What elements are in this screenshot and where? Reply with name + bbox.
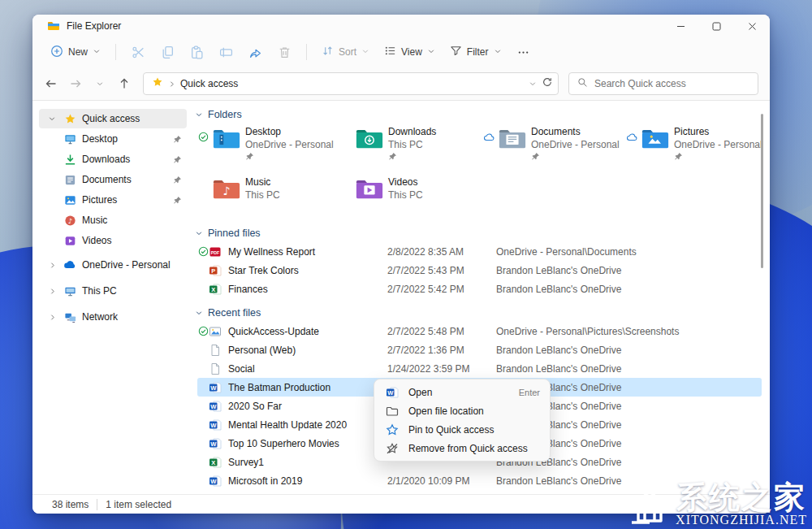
filter-button[interactable]: Filter — [443, 41, 508, 63]
recent-locations-chevron[interactable] — [89, 73, 110, 94]
address-dropdown-chevron[interactable] — [529, 76, 537, 91]
file-row-quickaccess-update[interactable]: QuickAccess-Update2/7/2022 5:48 PMOneDri… — [197, 322, 762, 340]
svg-text:♪: ♪ — [222, 184, 230, 197]
sort-button[interactable]: Sort — [315, 41, 376, 63]
window-controls — [663, 15, 770, 37]
address-bar[interactable]: Quick access — [143, 72, 559, 95]
collapse-chevron-icon[interactable] — [195, 229, 203, 237]
watermark-house-icon — [628, 488, 671, 527]
delete-button[interactable] — [270, 41, 298, 63]
pictures-icon — [63, 193, 76, 206]
folder-tile-downloads[interactable]: DownloadsThis PC — [339, 125, 482, 167]
documents-folder-icon — [498, 125, 529, 167]
sidebar-item-label: Quick access — [82, 113, 187, 124]
sidebar-item-desktop[interactable]: Desktop — [39, 129, 187, 149]
collapse-chevron-icon[interactable] — [195, 111, 203, 119]
cut-button[interactable] — [124, 41, 152, 63]
chevron-down-icon[interactable] — [45, 115, 58, 123]
folder-tile-name: Documents — [531, 126, 620, 137]
downloads-folder-icon — [355, 125, 386, 167]
folder-tile-location: This PC — [388, 189, 423, 201]
vertical-scrollbar[interactable] — [761, 114, 763, 268]
sidebar-item-pictures[interactable]: Pictures — [39, 190, 187, 210]
minimize-button[interactable] — [663, 15, 698, 37]
sidebar-item-downloads[interactable]: Downloads — [39, 150, 187, 169]
search-box[interactable] — [568, 72, 758, 95]
sidebar-item-music[interactable]: ♪Music — [39, 210, 187, 230]
sidebar-item-onedrive-personal[interactable]: OneDrive - Personal — [39, 254, 187, 276]
breadcrumb[interactable]: Quick access — [180, 78, 238, 89]
documents-icon — [63, 173, 76, 186]
copy-button[interactable] — [153, 41, 181, 63]
sidebar-item-label: This PC — [82, 285, 187, 297]
sidebar-item-videos[interactable]: Videos — [39, 231, 187, 250]
sidebar-item-label: Videos — [82, 235, 187, 246]
section-pinned-files-label: Pinned files — [208, 228, 261, 239]
folder-tile-name: Videos — [388, 176, 423, 188]
sidebar-item-this-pc[interactable]: This PC — [39, 280, 187, 302]
context-menu-item-open[interactable]: WOpenEnter — [374, 383, 550, 401]
chevron-down-icon — [427, 46, 435, 58]
collapse-chevron-icon[interactable] — [195, 309, 203, 317]
sidebar-item-documents[interactable]: Documents — [39, 170, 187, 189]
rename-button[interactable] — [212, 41, 240, 63]
file-name: Personal (Web) — [228, 345, 387, 356]
context-menu-item-pin-to-quick-access[interactable]: Pin to Quick access — [374, 420, 550, 439]
folder-tile-music[interactable]: ♪MusicThis PC — [197, 176, 339, 218]
close-button[interactable] — [734, 15, 770, 37]
badge-spacer — [339, 176, 352, 218]
context-menu-item-remove-from-quick-access[interactable]: Remove from Quick access — [374, 439, 550, 457]
new-button[interactable]: New — [44, 41, 107, 64]
excel-file-icon: X — [209, 456, 228, 469]
file-date: 2/7/2022 5:42 PM — [387, 284, 496, 295]
more-options-button[interactable] — [510, 41, 538, 63]
sort-button-label: Sort — [339, 46, 356, 58]
file-name: Finances — [228, 284, 387, 295]
chevron-right-icon[interactable] — [45, 262, 58, 269]
paste-button[interactable] — [183, 41, 210, 63]
file-row-personal-web[interactable]: Personal (Web)2/7/2022 1:36 PMBrandon Le… — [197, 340, 762, 359]
file-row-social[interactable]: Social1/24/2022 3:59 PMBrandon LeBlanc's… — [197, 359, 762, 378]
chevron-right-icon[interactable] — [45, 288, 58, 295]
file-row-my-wellness-report[interactable]: PDFMy Wellness Report2/8/2022 8:35 AMOne… — [197, 242, 762, 261]
section-recent-files[interactable]: Recent files — [195, 307, 770, 319]
pin-icon — [245, 152, 334, 163]
context-menu-item-open-file-location[interactable]: Open file location — [374, 401, 550, 420]
file-row-finances[interactable]: XFinances2/7/2022 5:42 PMBrandon LeBlanc… — [197, 280, 762, 298]
forward-button[interactable] — [65, 73, 86, 94]
chevron-down-icon — [361, 46, 369, 58]
downloads-icon — [63, 153, 76, 166]
file-location: Brandon LeBlanc's OneDrive — [496, 345, 762, 356]
up-button[interactable] — [114, 73, 135, 94]
folder-tile-desktop[interactable]: DesktopOneDrive - Personal — [197, 125, 339, 167]
search-input[interactable] — [594, 78, 749, 89]
file-row-star-trek-colors[interactable]: PStar Trek Colors2/7/2022 5:43 PMBrandon… — [197, 261, 762, 280]
context-menu-label: Open — [408, 387, 432, 398]
folder-tile-documents[interactable]: DocumentsOneDrive - Personal — [482, 125, 625, 167]
sidebar-item-network[interactable]: Network — [39, 306, 187, 328]
quick-access-star-icon — [152, 76, 163, 91]
refresh-icon[interactable] — [542, 76, 553, 91]
context-menu-label: Open file location — [408, 405, 484, 417]
section-pinned-files[interactable]: Pinned files — [195, 228, 770, 239]
folder-tile-videos[interactable]: VideosThis PC — [339, 176, 482, 218]
file-location: Brandon LeBlanc's OneDrive — [496, 265, 762, 276]
watermark: 系统之家 XITONGZHIJIA.NET — [628, 482, 807, 527]
pictures-folder-icon — [641, 125, 672, 167]
svg-text:W: W — [210, 421, 217, 428]
sidebar-item-quick-access[interactable]: Quick access — [39, 109, 187, 128]
file-location: OneDrive - Personal\Pictures\Screenshots — [496, 326, 762, 337]
back-button[interactable] — [41, 73, 62, 94]
navigation-pane: Quick accessDesktopDownloadsDocumentsPic… — [32, 101, 193, 494]
file-date: 2/7/2022 1:36 PM — [387, 345, 496, 356]
share-button[interactable] — [241, 41, 269, 63]
chevron-right-icon[interactable] — [45, 314, 58, 321]
star-slash-icon — [386, 442, 399, 455]
sidebar-item-label: Documents — [82, 174, 173, 185]
maximize-button[interactable] — [698, 15, 734, 37]
view-button[interactable]: View — [378, 41, 442, 63]
folder-tile-pictures[interactable]: PicturesOneDrive - Personal — [625, 125, 768, 167]
selection-count: 1 item selected — [106, 499, 171, 510]
section-folders[interactable]: Folders — [195, 109, 770, 120]
svg-text:W: W — [210, 384, 217, 391]
